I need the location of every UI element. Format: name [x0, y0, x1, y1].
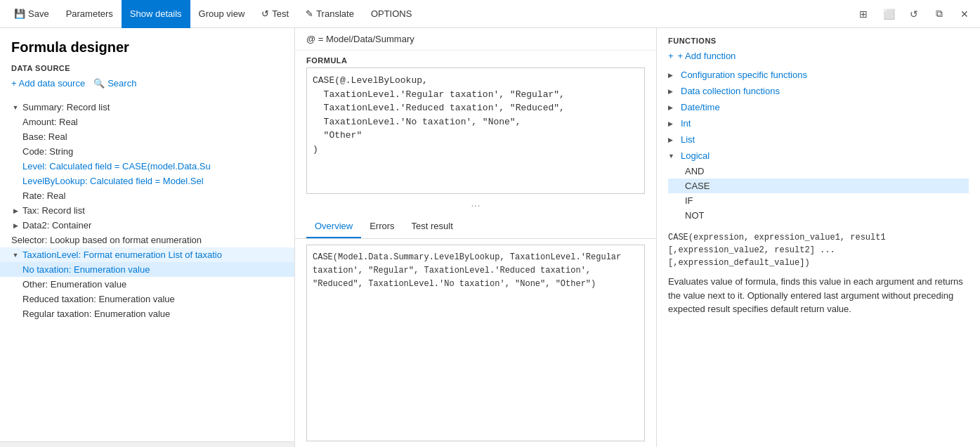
datasource-actions: + Add data source 🔍 Search: [11, 78, 283, 89]
tree-item-levelbylookup[interactable]: LevelByLookup: Calculated field = Model.…: [0, 174, 294, 188]
left-panel-header: Formula designer DATA SOURCE + Add data …: [0, 28, 294, 100]
formula-label: FORMULA: [295, 51, 656, 67]
add-function-button[interactable]: + + Add function: [668, 51, 969, 61]
grid-icon[interactable]: ⊞: [854, 4, 873, 24]
left-panel: Formula designer DATA SOURCE + Add data …: [0, 28, 295, 447]
translate-button[interactable]: ✎ Translate: [297, 0, 362, 28]
tree-container: ▼ Summary: Record list Amount: Real Base…: [0, 100, 294, 441]
tree-item-base[interactable]: Base: Real: [0, 129, 294, 144]
refresh-icon[interactable]: ↺: [904, 4, 924, 24]
formula-path: @ = Model/Data/Summary: [295, 28, 656, 51]
chevron-right-icon: ▶: [668, 72, 677, 79]
page-title: Formula designer: [11, 39, 283, 56]
chevron-right-icon: ▶: [668, 136, 677, 143]
tree-item-amount[interactable]: Amount: Real: [0, 115, 294, 129]
toggle-tax: ▶: [11, 207, 20, 215]
tree-item-reduced[interactable]: Reduced taxation: Enumeration value: [0, 292, 294, 306]
chevron-down-icon: ▼: [668, 153, 677, 160]
horizontal-scrollbar[interactable]: [0, 441, 294, 447]
parameters-button[interactable]: Parameters: [58, 0, 122, 28]
tree-item-data2[interactable]: ▶ Data2: Container: [0, 218, 294, 233]
tree-item-summary[interactable]: ▼ Summary: Record list: [0, 100, 294, 115]
test-icon: ↺: [261, 8, 269, 19]
fn-group-datetime[interactable]: ▶ Date/time: [668, 99, 969, 115]
data-source-label: DATA SOURCE: [11, 64, 283, 72]
titlebar-nav: 💾 Save Parameters Show details Group vie…: [6, 0, 854, 28]
fn-group-configuration[interactable]: ▶ Configuration specific functions: [668, 67, 969, 83]
formula-dots: ...: [295, 194, 656, 212]
main-layout: Formula designer DATA SOURCE + Add data …: [0, 28, 980, 447]
tree-item-code[interactable]: Code: String: [0, 144, 294, 159]
chevron-right-icon: ▶: [668, 104, 677, 111]
tab-overview[interactable]: Overview: [306, 215, 361, 238]
group-view-button[interactable]: Group view: [190, 0, 254, 28]
fn-item-case[interactable]: CASE: [668, 179, 969, 193]
formula-editor[interactable]: CASE(@.LevelByLookup, TaxationLevel.'Reg…: [306, 67, 645, 194]
options-button[interactable]: OPTIONS: [362, 0, 421, 28]
tree-item-selector[interactable]: Selector: Lookup based on format enumera…: [0, 233, 294, 247]
tree-item-taxationlevel[interactable]: ▼ TaxationLevel: Format enumeration List…: [0, 247, 294, 262]
chevron-right-icon: ▶: [668, 120, 677, 127]
tree-item-regular[interactable]: Regular taxation: Enumeration value: [0, 306, 294, 321]
save-icon: 💾: [14, 8, 25, 19]
tree-item-notaxation[interactable]: No taxation: Enumeration value: [0, 262, 294, 277]
fn-signature: CASE(expression, expression_value1, resu…: [668, 231, 969, 269]
tree-item-other[interactable]: Other: Enumeration value: [0, 277, 294, 292]
office-icon[interactable]: ⬜: [879, 4, 899, 24]
toggle-data2: ▶: [11, 221, 20, 230]
translate-icon: ✎: [306, 8, 313, 19]
tree-item-rate[interactable]: Rate: Real: [0, 188, 294, 203]
toggle-taxationlevel: ▼: [11, 251, 20, 259]
save-button[interactable]: 💾 Save: [6, 0, 58, 28]
fn-group-int[interactable]: ▶ Int: [668, 115, 969, 131]
tree-item-level[interactable]: Level: Calculated field = CASE(model.Dat…: [0, 159, 294, 174]
test-button[interactable]: ↺ Test: [253, 0, 297, 28]
tab-errors[interactable]: Errors: [361, 215, 403, 238]
fn-group-list[interactable]: ▶ List: [668, 131, 969, 148]
fn-item-and[interactable]: AND: [668, 164, 969, 179]
close-icon[interactable]: ✕: [955, 4, 974, 24]
tab-test-result[interactable]: Test result: [403, 215, 462, 238]
window-controls: ⊞ ⬜ ↺ ⧉ ✕: [854, 4, 974, 24]
search-button[interactable]: 🔍 Search: [93, 78, 136, 89]
show-details-button[interactable]: Show details: [122, 0, 190, 28]
tabs-bar: Overview Errors Test result: [295, 215, 656, 239]
fn-desc-text: Evaluates value of formula, finds this v…: [668, 275, 969, 316]
right-panel: FUNCTIONS + + Add function ▶ Configurati…: [657, 28, 980, 447]
titlebar: 💾 Save Parameters Show details Group vie…: [0, 0, 980, 28]
toggle-summary: ▼: [11, 103, 20, 112]
add-icon: +: [668, 51, 674, 61]
fn-group-datacollection[interactable]: ▶ Data collection functions: [668, 83, 969, 99]
restore-icon[interactable]: ⧉: [929, 4, 949, 24]
function-description: CASE(expression, expression_value1, resu…: [668, 231, 969, 316]
fn-group-logical[interactable]: ▼ Logical: [668, 148, 969, 164]
add-data-source-button[interactable]: + Add data source: [11, 78, 85, 89]
functions-label: FUNCTIONS: [668, 37, 969, 45]
chevron-right-icon: ▶: [668, 88, 677, 95]
fn-item-if[interactable]: IF: [668, 193, 969, 208]
fn-item-not[interactable]: NOT: [668, 208, 969, 223]
search-icon: 🔍: [93, 78, 105, 89]
tree-item-tax[interactable]: ▶ Tax: Record list: [0, 203, 294, 218]
middle-panel: @ = Model/Data/Summary FORMULA CASE(@.Le…: [295, 28, 657, 447]
formula-result[interactable]: CASE(Model.Data.Summary.LevelByLookup, T…: [306, 245, 645, 441]
